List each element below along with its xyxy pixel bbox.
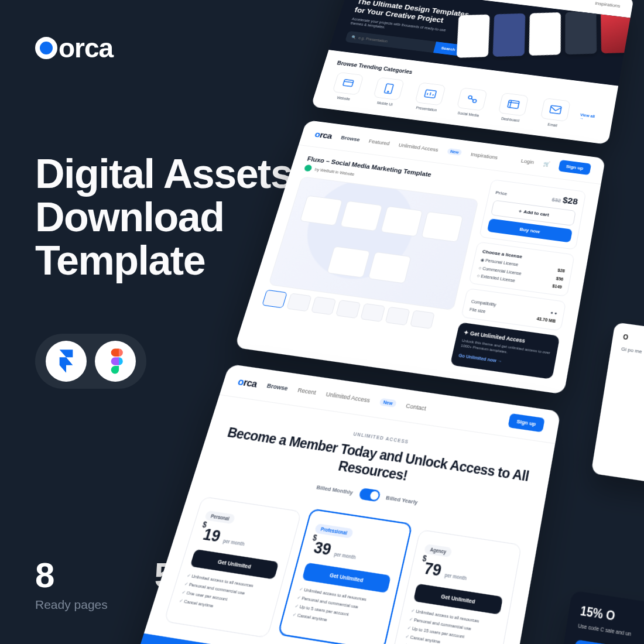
edge1-body: Gi po me [621, 346, 642, 355]
category-mobile-ui[interactable]: Mobile UI [368, 77, 409, 108]
product-main: Fluxo – Social Media Marketing Template … [252, 155, 484, 364]
stat-pages-label: Ready pages [35, 598, 108, 612]
product-price: $32$28 [551, 193, 579, 206]
thumb[interactable] [360, 303, 385, 322]
thumb[interactable] [385, 307, 410, 326]
plan-agency: Agency$79 per monthGet UnlimitedUnlimite… [391, 529, 522, 644]
category-icon [415, 82, 446, 105]
product-preview [268, 176, 479, 310]
new-badge: New [379, 398, 397, 407]
edge-panel-1: O Gi po me [591, 322, 644, 497]
hero-search-input[interactable] [345, 31, 436, 53]
framer-badge [46, 341, 87, 382]
compat-label: Compatibility [471, 299, 496, 307]
thumb[interactable] [311, 296, 336, 315]
hero-card [493, 13, 526, 57]
figma-badge [95, 341, 136, 382]
thumb[interactable] [410, 310, 435, 329]
toggle-monthly[interactable]: Billed Monthly [316, 484, 354, 495]
nav-inspirations[interactable]: Inspirations [595, 1, 621, 8]
filesize-label: File size [469, 307, 486, 314]
nav-inspirations[interactable]: Inspirations [470, 151, 498, 160]
category-label: Email [547, 122, 557, 127]
mockup-homepage: orca Browse Featured Unlimited Access Ne… [311, 0, 634, 145]
mockup-pricing: orca Browse Recent Unlimited Access New … [105, 364, 561, 644]
license-box: Choose a license ◉ Personal License$28○ … [468, 242, 575, 297]
plan-features: Unlimited access to all resourcesPersona… [403, 608, 498, 644]
logo-mark-icon [35, 37, 57, 59]
nav-browse[interactable]: Browse [340, 135, 360, 142]
category-icon [498, 93, 529, 116]
hero-thumbnails [457, 10, 631, 57]
edge1-heading: O [622, 334, 628, 341]
author-avatar-icon [304, 165, 313, 172]
category-social-media[interactable]: Social Media [451, 87, 491, 118]
hero-card [565, 11, 597, 54]
plan-professional: Professional$39 per monthGet UnlimitedUn… [277, 508, 413, 644]
category-presentation[interactable]: Presentation [409, 82, 450, 113]
nav-recent[interactable]: Recent [297, 386, 317, 396]
plan-tag: Personal [204, 511, 236, 525]
category-email[interactable]: Email [535, 97, 575, 129]
thumb[interactable] [262, 290, 287, 309]
preview-thumb [327, 246, 371, 278]
hero-card [529, 12, 560, 56]
price-label: Price [495, 190, 508, 196]
product-byline-text: by WeBuilt in Website [314, 167, 355, 176]
framer-icon [56, 350, 76, 373]
brand-logo: orca [35, 32, 113, 64]
category-dashboard[interactable]: Dashboard [493, 92, 533, 124]
brand-name: orca [59, 32, 113, 64]
category-icon [457, 87, 488, 111]
thumb[interactable] [335, 300, 361, 318]
price-box: Price $32$28 ＋ Add to cart Buy now [479, 179, 586, 250]
svg-rect-2 [385, 84, 394, 94]
stat-pages: 8 Ready pages [35, 555, 108, 612]
mockup-strip: orca Browse Featured Unlimited Access Ne… [150, 0, 644, 644]
cart-icon[interactable]: 🛒 [543, 160, 550, 167]
toggle-switch[interactable] [358, 488, 381, 502]
nav-contact[interactable]: Contact [405, 402, 427, 412]
plan-tag: Agency [424, 544, 453, 558]
svg-rect-7 [508, 100, 519, 108]
preview-thumb [300, 196, 342, 226]
figma-icon [107, 348, 124, 374]
unlimited-cta[interactable]: Go Unlimited now → [458, 353, 503, 364]
plan-personal: Personal$19 per monthGet UnlimitedUnlimi… [163, 496, 302, 639]
nav-browse[interactable]: Browse [266, 382, 289, 392]
mockup-logo: orca [314, 129, 334, 141]
category-label: Presentation [416, 106, 437, 112]
category-icon [332, 72, 364, 95]
preview-thumb [368, 252, 411, 284]
toggle-yearly[interactable]: Billed Yearly [385, 494, 419, 505]
category-label: Mobile UI [376, 101, 393, 106]
nav-unlimited[interactable]: Unlimited Access [326, 390, 371, 403]
svg-rect-1 [343, 80, 354, 87]
unlimited-promo: ✦ Get Unlimited Access Unlock this theme… [450, 322, 560, 379]
view-all-link[interactable]: View all → [579, 112, 600, 122]
plan-tag: Professional [314, 523, 354, 539]
category-label: Social Media [457, 111, 479, 118]
category-icon [540, 98, 571, 122]
stat-pages-number: 8 [35, 555, 108, 595]
signup-button[interactable]: Sign up [508, 413, 545, 433]
category-icon [374, 77, 405, 101]
plan-features: Unlimited access to all resourcesPersona… [292, 586, 386, 631]
nav-unlimited[interactable]: Unlimited Access [398, 142, 439, 153]
edge-panel-2: 15% O Use code C sale and un Shop the sa [551, 590, 644, 644]
preview-thumb [340, 201, 383, 231]
category-label: Dashboard [501, 117, 519, 122]
compat-icons: ● ● [550, 310, 557, 316]
nav-login[interactable]: Login [520, 158, 535, 165]
new-badge: New [447, 148, 463, 156]
plan-features: Unlimited access to all resourcesPersona… [179, 573, 272, 616]
edge2-button[interactable]: Shop the sa [573, 639, 644, 644]
hero-card [457, 15, 490, 58]
nav-featured[interactable]: Featured [368, 138, 390, 146]
thumb[interactable] [286, 293, 312, 311]
preview-thumb [381, 206, 423, 237]
filesize-value: 43.70 MB [536, 316, 556, 323]
mockup-logo: orca [237, 376, 259, 389]
signup-button[interactable]: Sign up [558, 160, 591, 175]
category-website[interactable]: Website [326, 71, 368, 102]
